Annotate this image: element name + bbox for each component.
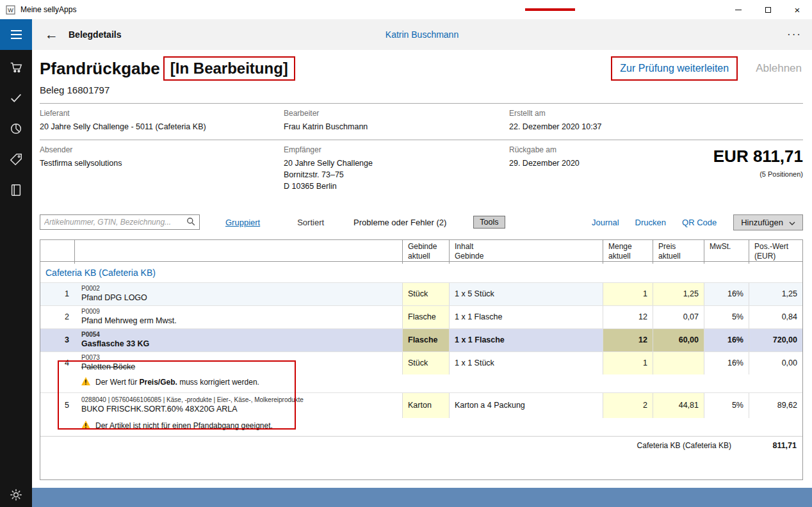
table-row[interactable]: 4 P0073Paletten Böcke Stück 1 x 1 Stück …	[40, 351, 802, 374]
window-controls: ×	[724, 0, 812, 19]
inhalt-cell: 1 x 5 Stück	[449, 283, 603, 305]
menge-cell[interactable]: 1	[603, 283, 653, 305]
empfaenger-line: 20 Jahre Selly Challenge	[284, 157, 509, 169]
article-name: Pfand DPG LOGO	[81, 293, 147, 303]
wert-cell: 89,62	[749, 393, 802, 418]
hamburger-icon	[11, 30, 22, 31]
gebinde-cell[interactable]: Karton	[402, 393, 449, 418]
pie-chart-icon[interactable]	[9, 122, 23, 136]
preis-cell[interactable]	[653, 352, 704, 374]
mwst-cell: 5%	[704, 306, 749, 328]
tools-button[interactable]: Tools	[473, 216, 505, 229]
article-code: P0054	[81, 330, 100, 339]
empfaenger-label: Empfänger	[284, 145, 509, 154]
gruppiert-link[interactable]: Gruppiert	[225, 218, 260, 227]
drucken-link[interactable]: Drucken	[635, 218, 666, 227]
bottom-bar	[32, 488, 812, 507]
reject-button[interactable]: Ablehnen	[756, 62, 802, 75]
menge-cell[interactable]: 12	[603, 306, 653, 328]
table-row[interactable]: 1 P0002Pfand DPG LOGO Stück 1 x 5 Stück …	[40, 282, 802, 305]
table-footer: Cafeteria KB (Cafeteria KB) 811,71	[40, 436, 802, 455]
gebinde-cell[interactable]: Stück	[402, 352, 449, 374]
app-window: W Meine sellyApps × Katrin Buschmann ← B…	[0, 0, 812, 507]
journal-link[interactable]: Journal	[592, 218, 619, 227]
window-title: Meine sellyApps	[20, 5, 76, 14]
article-name: Gasflasche 33 KG	[81, 339, 149, 349]
article-name: Paletten Böcke	[81, 362, 135, 372]
mwst-cell: 16%	[704, 283, 749, 305]
qr-code-link[interactable]: QR Code	[682, 218, 717, 227]
close-icon: ×	[795, 5, 800, 15]
appbar: Katrin Buschmann ← Belegdetails ···	[32, 19, 812, 50]
footer-group-label: Cafeteria KB (Cafeteria KB)	[637, 441, 731, 450]
sortiert-link[interactable]: Sortiert	[297, 218, 324, 227]
cart-icon[interactable]	[9, 60, 23, 74]
preis-cell[interactable]: 44,81	[653, 393, 704, 418]
more-menu-button[interactable]: ···	[787, 28, 802, 41]
article-code: 0288040 | 05760466106085 | Käse, -produk…	[81, 396, 304, 404]
absender-label: Absender	[40, 145, 284, 154]
article-name: Pfand Mehrweg erm Mwst.	[81, 316, 177, 326]
forward-for-review-button[interactable]: Zur Prüfung weiterleiten	[611, 56, 738, 81]
article-name: BUKO FRISCHK.SORT.60% 48X20G ARLA	[81, 404, 238, 414]
inhalt-cell: Karton a 4 Packung	[449, 393, 603, 418]
probleme-link[interactable]: Probleme oder Fehler (2)	[353, 218, 446, 227]
inhalt-cell: 1 x 1 Flasche	[449, 306, 603, 328]
price-tag-icon[interactable]	[9, 152, 23, 166]
table-header: Gebindeaktuell InhaltGebinde Mengeaktuel…	[40, 240, 802, 262]
empfaenger-line: D 10365 Berlin	[284, 181, 509, 192]
menge-cell[interactable]: 1	[603, 352, 653, 374]
wert-cell: 720,00	[749, 329, 802, 351]
info-row-2: Absender Testfirma sellysolutions Empfän…	[40, 140, 803, 200]
article-code: P0009	[81, 307, 100, 316]
bearbeiter-label: Bearbeiter	[284, 109, 509, 118]
preis-cell[interactable]: 0,07	[653, 306, 704, 328]
article-code: P0002	[81, 284, 100, 293]
lieferant-label: Lieferant	[40, 109, 284, 118]
wert-cell: 0,84	[749, 306, 802, 328]
minimize-button[interactable]	[724, 0, 753, 19]
minimize-icon	[735, 10, 742, 10]
rueckgabe-value: 29. Dezember 2020	[509, 157, 663, 169]
menge-cell[interactable]: 2	[603, 393, 653, 418]
group-header[interactable]: Cafeteria KB (Cafeteria KB)	[40, 262, 802, 282]
gebinde-cell[interactable]: Flasche	[402, 306, 449, 328]
absender-value: Testfirma sellysolutions	[40, 157, 284, 169]
article-code: P0073	[81, 353, 100, 362]
table-row[interactable]: 2 P0009Pfand Mehrweg erm Mwst. Flasche 1…	[40, 305, 802, 328]
gebinde-cell[interactable]: Stück	[402, 283, 449, 305]
bearbeiter-value: Frau Katrin Buschmann	[284, 121, 509, 133]
erstellt-label: Erstellt am	[509, 109, 803, 118]
wert-cell: 1,25	[749, 283, 802, 305]
gebinde-cell[interactable]: Flasche	[402, 329, 449, 351]
inhalt-cell: 1 x 1 Flasche	[449, 329, 603, 351]
maximize-icon	[765, 7, 771, 13]
gear-icon[interactable]	[9, 488, 23, 502]
search-input[interactable]	[44, 218, 186, 227]
table-row-selected[interactable]: 3 P0054Gasflasche 33 KG Flasche 1 x 1 Fl…	[40, 328, 802, 351]
sidebar	[0, 50, 32, 507]
menge-cell[interactable]: 12	[603, 329, 653, 351]
document-type-title: Pfandrückgabe	[40, 59, 160, 79]
search-icon[interactable]	[186, 217, 195, 228]
wert-cell: 0,00	[749, 352, 802, 374]
table-row[interactable]: 5 0288040 | 05760466106085 | Käse, -prod…	[40, 392, 802, 418]
lieferant-value: 20 Jahre Selly Challenge - 5011 (Cafeter…	[40, 121, 284, 133]
chevron-down-icon	[789, 218, 795, 227]
menu-button[interactable]	[0, 19, 32, 50]
close-button[interactable]: ×	[783, 0, 812, 19]
warning-icon	[81, 376, 90, 388]
checkmark-icon[interactable]	[9, 91, 23, 105]
book-icon[interactable]	[9, 183, 23, 197]
preis-cell[interactable]: 60,00	[653, 329, 704, 351]
warning-row: Der Artikel ist nicht für einen Pfandabg…	[40, 418, 802, 436]
titlebar: W Meine sellyApps ×	[0, 0, 812, 19]
warning-text: Der Artikel ist nicht für einen Pfandabg…	[95, 421, 273, 430]
mwst-cell: 16%	[704, 329, 749, 351]
search-box	[40, 214, 200, 230]
preis-cell[interactable]: 1,25	[653, 283, 704, 305]
document-number: Beleg 16801797	[40, 84, 803, 95]
warning-icon	[81, 420, 90, 431]
hinzufuegen-button[interactable]: Hinzufügen	[733, 214, 803, 230]
maximize-button[interactable]	[753, 0, 783, 19]
